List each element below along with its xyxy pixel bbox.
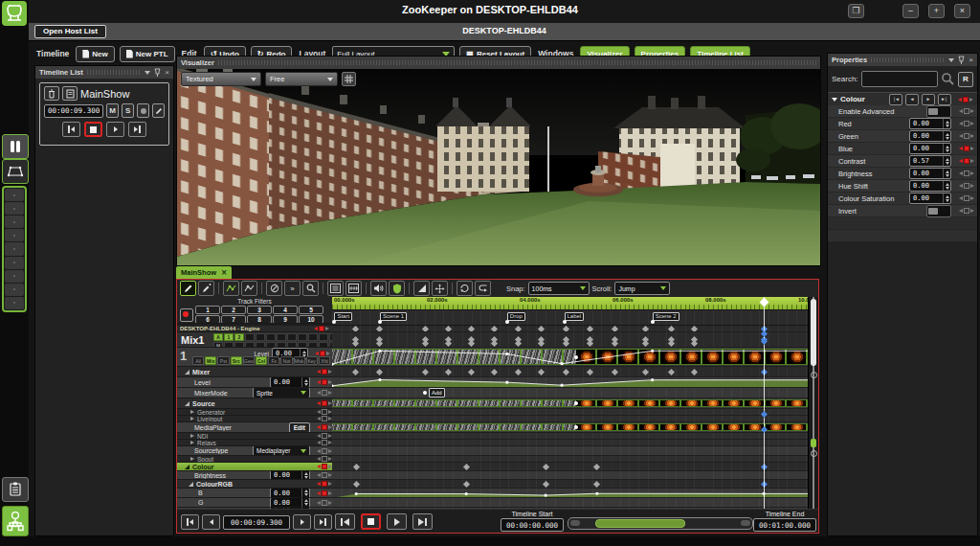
track-filter-button[interactable]: 10 [299,315,323,324]
close-panel-icon[interactable]: × [969,56,973,64]
track-filter-button[interactable]: 7 [221,315,246,324]
preset-slot[interactable] [5,284,24,296]
keyframe-diamond[interactable] [563,326,569,332]
play-button[interactable] [106,122,124,137]
track-filter-button[interactable]: 1 [195,306,220,314]
track-header-ndi[interactable]: NDI [177,433,332,440]
media-lane-source[interactable] [332,398,809,409]
keyframe-diamond[interactable] [668,368,675,375]
zookeeper-logo-icon[interactable] [2,1,27,26]
layer-chip-col[interactable]: Col [256,356,267,365]
hscroll-thumb[interactable] [595,519,685,528]
visualizer-scene[interactable] [177,69,820,265]
keyframe-diamond[interactable] [421,326,428,332]
mix-keyframe-lane[interactable] [332,332,809,348]
track-filter-button[interactable]: 6 [195,315,220,324]
jump-end-button[interactable] [314,514,332,530]
play-button[interactable] [387,513,407,530]
spinner-arrows[interactable] [301,471,309,480]
keyframe-indicator[interactable] [955,183,974,189]
mode-keyframe-dot[interactable] [423,391,427,395]
keyframe-diamond[interactable] [563,340,569,347]
keyframe-indicator[interactable] [313,379,332,385]
search-input[interactable] [861,71,938,87]
preset-slot[interactable] [5,242,24,255]
track-dropdown[interactable]: Mediaplayer [253,446,310,456]
preset-slot[interactable] [5,202,24,215]
timeline-options-button[interactable] [345,281,362,296]
value-spinner[interactable]: 0.57 [909,155,951,167]
collapsed-icon[interactable] [190,441,194,444]
automation-curve[interactable] [332,489,809,498]
marker-dot[interactable] [332,320,336,324]
mix-cell[interactable] [287,333,297,341]
keyframe-indicator[interactable] [955,208,974,214]
colour-section-header[interactable]: Colour |◀ ◀ ▶ ▶| [828,92,977,105]
stop-button[interactable] [361,513,381,530]
new-timeline-button[interactable]: New [76,46,114,62]
keyframe-indicator[interactable] [313,472,332,478]
timeline-vscrollbar[interactable] [808,297,818,512]
keyframe-diamond[interactable] [668,326,675,332]
solo-button[interactable]: S [122,103,134,118]
layer-media-lane[interactable] [332,348,809,367]
keyframe-indicator[interactable] [954,97,973,102]
layer-chip-key[interactable]: Key [306,356,318,365]
track-header-spout[interactable]: Spout [177,456,332,463]
keyframe-diamond[interactable] [514,368,521,375]
timeline-ruler[interactable]: 00.000s02.000s04.000s06.000s08.000s10.00… [332,297,809,310]
value-spinner[interactable]: 0.00 [270,489,310,498]
mix-cell[interactable] [266,333,276,341]
keyframe-indicator[interactable] [313,424,332,430]
prev-keyframe-button[interactable]: ◀ [905,94,919,105]
keyframe-indicator[interactable] [313,390,332,396]
preset-slot[interactable] [5,229,24,241]
zoom-ring-icon[interactable] [811,372,817,378]
edit-button[interactable]: Edit [289,422,310,433]
timeline-name[interactable]: MainShow [80,88,129,100]
layer-chip-src[interactable]: Src [231,356,242,365]
preset-slot[interactable] [5,270,24,283]
keyframe-indicator[interactable] [313,400,332,406]
keyframe-diamond[interactable] [642,368,649,375]
spinner-arrows[interactable] [943,131,950,141]
automation-curve[interactable] [332,348,809,367]
grid-lane-relays[interactable] [332,440,809,446]
value-spinner[interactable]: 0.00 [909,180,951,192]
keyframe-diamond[interactable] [543,480,549,487]
keyframe-diamond[interactable] [376,340,383,347]
timeline-marker-flag[interactable]: Scene 2 [653,312,679,321]
mix-cell[interactable] [319,333,328,341]
keyframe-diamond[interactable] [563,368,569,375]
zoom-led-icon[interactable] [811,439,816,447]
screen-output-icon[interactable] [2,159,29,184]
value-spinner[interactable]: 0.00 [909,168,951,179]
timeline-marker-flag[interactable]: Scene 1 [380,312,407,321]
skip-to-end-button[interactable] [128,122,146,137]
collapsed-icon[interactable] [190,457,194,461]
marker-dot[interactable] [378,320,382,324]
expand-icon[interactable] [185,465,189,469]
keyframe-diamond[interactable] [538,326,545,332]
keyframe-indicator[interactable] [313,416,332,421]
node-select-tool-button[interactable] [241,281,257,296]
keyframe-diamond[interactable] [491,368,498,375]
b-curve-lane[interactable] [332,489,809,498]
render-mode-dropdown[interactable]: Textured [181,72,261,86]
keyframe-diamond[interactable] [352,326,359,332]
hscroll-right-arrow[interactable] [741,520,750,526]
keyframe-diamond[interactable] [587,326,593,332]
timeline-page-button[interactable] [62,86,78,101]
layer-chip-msk[interactable]: Msk [294,356,305,365]
disable-edit-tool-button[interactable] [266,281,282,296]
mix-cell[interactable] [256,333,265,341]
media-clip-noise[interactable] [332,399,576,407]
level-curve-lane[interactable] [332,377,809,388]
fast-forward-tool-button[interactable]: » [284,281,301,296]
cue-list-button[interactable] [327,281,344,296]
playhead[interactable] [764,297,765,512]
keyframe-diamond[interactable] [587,368,593,375]
track-header-relays[interactable]: Relays [177,440,332,446]
keyframe-indicator[interactable] [955,171,974,176]
notes-clipboard-icon[interactable] [2,477,29,502]
